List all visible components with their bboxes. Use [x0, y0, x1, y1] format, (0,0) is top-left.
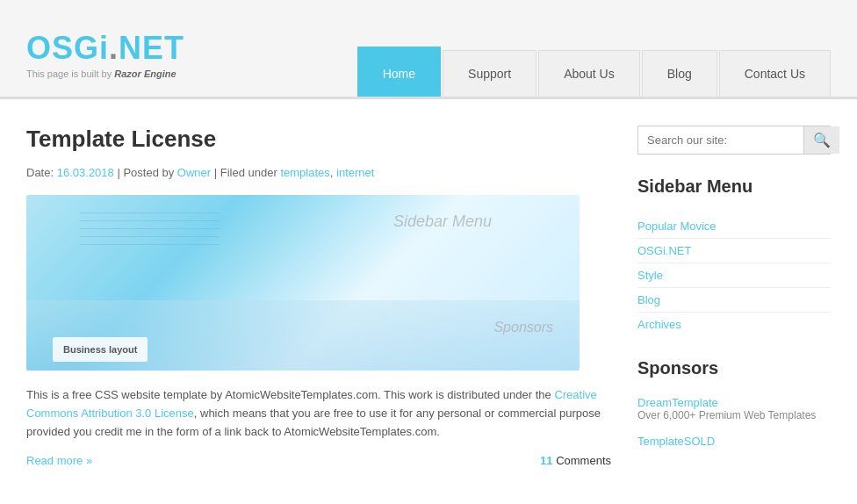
- content: Template License Date: 16.03.2018 | Post…: [26, 126, 611, 478]
- sponsor-dreamtemplate: DreamTemplate Over 6,000+ Premium Web Te…: [637, 396, 831, 421]
- post-date[interactable]: 16.03.2018: [57, 166, 114, 179]
- nav-home[interactable]: Home: [357, 47, 441, 97]
- sidebar-menu-title: Sidebar Menu: [637, 176, 831, 201]
- post-image: Sidebar Menu Sponsors Business layout: [26, 195, 580, 371]
- search-button[interactable]: 🔍: [803, 126, 839, 154]
- sidebar: 🔍 Sidebar Menu Popular Movice OSGi.NET S…: [637, 126, 831, 478]
- search-input[interactable]: [638, 126, 803, 154]
- sponsor-dreamtemplate-desc: Over 6,000+ Premium Web Templates: [637, 409, 831, 421]
- nav: Home Support About Us Blog Contact Us: [356, 47, 831, 97]
- sponsor-templatesold-name[interactable]: TemplateSOLD: [637, 435, 831, 448]
- comment-count: 11: [540, 454, 552, 467]
- nav-contact[interactable]: Contact Us: [719, 50, 831, 97]
- logo: OSGi.NET: [26, 30, 184, 67]
- tag-templates[interactable]: templates: [280, 166, 329, 179]
- main-wrapper: Template License Date: 16.03.2018 | Post…: [0, 97, 857, 504]
- logo-area: OSGi.NET This page is built by Razor Eng…: [26, 30, 184, 97]
- header: OSGi.NET This page is built by Razor Eng…: [0, 0, 857, 97]
- sidebar-item-style[interactable]: Style: [637, 263, 831, 288]
- notebook-decoration: [79, 212, 220, 252]
- post-footer: Read more » 11 Comments: [26, 454, 611, 467]
- post-meta: Date: 16.03.2018 | Posted by Owner | Fil…: [26, 166, 611, 179]
- tag-internet[interactable]: internet: [336, 166, 374, 179]
- logo-net: NET: [119, 30, 184, 66]
- date-label: Date:: [26, 166, 54, 179]
- sidebar-item-popular-movice[interactable]: Popular Movice: [637, 214, 831, 239]
- logo-subtitle: This page is built by Razor Engine: [26, 68, 184, 79]
- post-body: This is a free CSS website template by A…: [26, 386, 611, 441]
- logo-osgi: OSGi: [26, 30, 109, 66]
- sidebar-item-osginet[interactable]: OSGi.NET: [637, 239, 831, 263]
- page-title: Template License: [26, 126, 611, 153]
- post-author[interactable]: Owner: [177, 166, 211, 179]
- sidebar-menu: Popular Movice OSGi.NET Style Blog Archi…: [637, 214, 831, 336]
- image-overlay-text: Business layout: [53, 337, 148, 362]
- read-more-link[interactable]: Read more »: [26, 454, 92, 467]
- search-icon: 🔍: [813, 133, 831, 148]
- sponsor-dreamtemplate-name[interactable]: DreamTemplate: [637, 396, 831, 409]
- sponsors-section: Sponsors DreamTemplate Over 6,000+ Premi…: [637, 358, 831, 448]
- sponsor-templatesold: TemplateSOLD: [637, 435, 831, 448]
- posted-by-label: Posted by: [123, 166, 174, 179]
- sponsors-title: Sponsors: [637, 358, 831, 383]
- nav-about[interactable]: About Us: [538, 50, 640, 97]
- image-sponsors-label: Sponsors: [493, 320, 553, 335]
- nav-support[interactable]: Support: [443, 50, 537, 97]
- logo-dot: .: [109, 30, 119, 66]
- sidebar-item-archives[interactable]: Archives: [637, 313, 831, 336]
- comments-area: 11 Comments: [540, 454, 611, 467]
- search-box: 🔍: [637, 126, 831, 155]
- image-sidebar-label: Sidebar Menu: [393, 212, 492, 231]
- comments-text: Comments: [556, 454, 611, 467]
- sidebar-item-blog[interactable]: Blog: [637, 288, 831, 313]
- filed-under-label: Filed under: [220, 166, 277, 179]
- nav-blog[interactable]: Blog: [642, 50, 717, 97]
